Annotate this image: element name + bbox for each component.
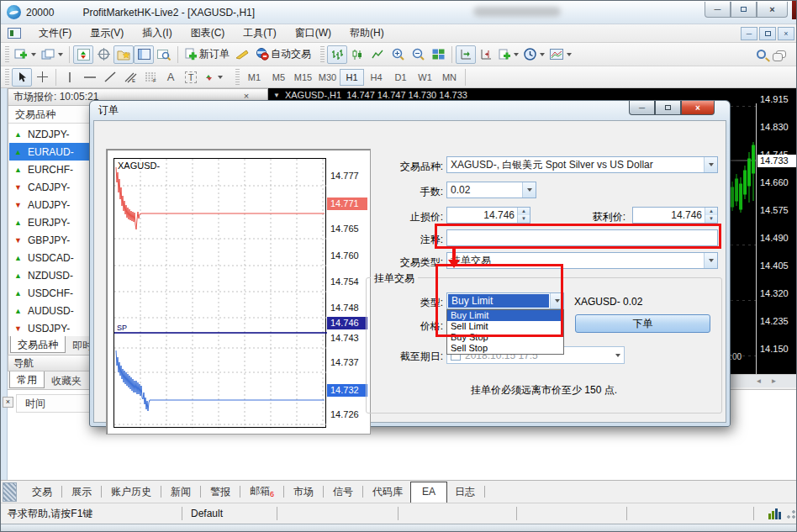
timeframe-d1[interactable]: D1 xyxy=(388,69,413,86)
mdi-minimize-button[interactable]: ─ xyxy=(741,27,757,40)
tab-market[interactable]: 市场 xyxy=(286,482,321,503)
spin-down-icon[interactable]: ▼ xyxy=(705,215,717,223)
timeframe-h4[interactable]: H4 xyxy=(364,69,388,86)
bar-chart-button[interactable] xyxy=(327,45,347,64)
arrows-tool-button[interactable] xyxy=(201,68,225,87)
candlestick-button[interactable] xyxy=(347,45,367,64)
toolbar-grip[interactable] xyxy=(235,69,240,86)
timeframe-mn[interactable]: MN xyxy=(437,69,462,86)
scroll-left-icon[interactable]: ◄ xyxy=(753,377,764,387)
tab-account-history[interactable]: 账户历史 xyxy=(103,482,159,503)
tab-trade[interactable]: 交易 xyxy=(24,482,60,503)
navigator-button[interactable] xyxy=(113,45,134,64)
strategy-tester-button[interactable] xyxy=(154,45,174,64)
timeframe-m15[interactable]: M15 xyxy=(291,69,315,86)
toolbar-grip[interactable] xyxy=(5,46,9,63)
cursor-tool-button[interactable] xyxy=(12,68,32,87)
search-icon[interactable] xyxy=(751,45,771,64)
tile-windows-button[interactable] xyxy=(428,45,448,64)
periods-button[interactable] xyxy=(521,45,547,64)
status-profile[interactable]: Default xyxy=(182,508,277,519)
terminal-grip-icon[interactable] xyxy=(3,482,17,502)
tab-journal[interactable]: 日志 xyxy=(447,482,483,503)
window-minimize-button[interactable]: ─ xyxy=(705,2,731,18)
chat-icon[interactable] xyxy=(771,45,791,64)
volume-combo[interactable]: 0.02 xyxy=(446,182,536,198)
vertical-line-tool-button[interactable] xyxy=(60,68,80,87)
market-watch-button[interactable] xyxy=(73,45,93,64)
profiles-button[interactable] xyxy=(39,45,66,64)
place-order-button[interactable]: 下单 xyxy=(575,314,710,333)
tab-symbols[interactable]: 交易品种 xyxy=(10,336,66,353)
close-icon[interactable]: × xyxy=(3,397,13,408)
dialog-close-button[interactable]: × xyxy=(681,101,715,115)
tab-common[interactable]: 常用 xyxy=(9,371,45,388)
auto-scroll-button[interactable] xyxy=(456,45,476,64)
spin-up-icon[interactable]: ▲ xyxy=(705,208,717,215)
menu-window[interactable]: 窗口(W) xyxy=(286,24,340,43)
window-maximize-button[interactable] xyxy=(731,2,757,18)
menu-view[interactable]: 显示(V) xyxy=(81,24,133,43)
timeframe-m5[interactable]: M5 xyxy=(267,69,291,86)
terminal-button[interactable] xyxy=(134,45,154,64)
text-label-tool-button[interactable]: T xyxy=(181,68,201,87)
chevron-down-icon[interactable] xyxy=(615,354,620,357)
menu-tools[interactable]: 工具(T) xyxy=(234,24,285,43)
symbol-name: EURJPY- xyxy=(28,217,70,229)
zoom-in-button[interactable] xyxy=(388,45,408,64)
zoom-out-button[interactable] xyxy=(408,45,428,64)
crosshair-tool-button[interactable] xyxy=(32,68,52,87)
channel-tool-button[interactable]: E xyxy=(120,68,140,87)
window-close-button[interactable]: × xyxy=(757,2,788,18)
chevron-down-icon[interactable] xyxy=(704,253,717,268)
new-chart-button[interactable] xyxy=(12,45,39,64)
spin-down-icon[interactable]: ▼ xyxy=(518,215,530,223)
takeprofit-spinner[interactable]: 14.746 ▲▼ xyxy=(632,207,718,224)
menu-insert[interactable]: 插入(I) xyxy=(133,24,181,43)
spin-up-icon[interactable]: ▲ xyxy=(518,208,530,215)
chart-system-icon[interactable] xyxy=(8,28,21,39)
toolbar-grip[interactable] xyxy=(320,46,325,63)
data-window-button[interactable] xyxy=(93,45,113,64)
mdi-close-button[interactable]: × xyxy=(778,27,794,40)
menu-help[interactable]: 帮助(H) xyxy=(340,24,393,43)
expert-advisors-icon[interactable] xyxy=(232,45,252,64)
tab-favorites[interactable]: 收藏夹 xyxy=(45,371,88,388)
tab-alerts[interactable]: 警报 xyxy=(203,482,238,503)
chevron-down-icon[interactable] xyxy=(704,157,717,172)
new-order-button[interactable]: 新订单 xyxy=(182,45,232,64)
tab-mailbox[interactable]: 邮箱6 xyxy=(242,481,282,502)
chart-shift-button[interactable] xyxy=(476,45,496,64)
menu-charts[interactable]: 图表(C) xyxy=(182,24,235,43)
tab-exposure[interactable]: 展示 xyxy=(64,482,99,503)
fibonacci-tool-button[interactable]: F xyxy=(140,68,161,87)
tab-code-base[interactable]: 代码库 xyxy=(365,482,410,503)
dialog-minimize-button[interactable]: ─ xyxy=(629,101,655,115)
dialog-maximize-button[interactable] xyxy=(655,101,681,115)
stoploss-spinner[interactable]: 14.746 ▲▼ xyxy=(446,207,530,224)
tab-signals[interactable]: 信号 xyxy=(325,482,361,503)
menu-file[interactable]: 文件(F) xyxy=(29,24,81,43)
resize-grip[interactable] xyxy=(784,508,796,519)
order-dialog[interactable]: 订单 ─ × xyxy=(89,100,731,427)
symbol-combo[interactable]: XAGUSD-, 白银美元 Spot Silver vs US Dollar xyxy=(446,156,718,173)
timeframe-m30[interactable]: M30 xyxy=(315,69,340,86)
option-sell-stop[interactable]: Sell Stop xyxy=(447,343,563,354)
title-bar[interactable]: 20000 ProfitMarketHK-Live2 - [XAGUSD-,H1… xyxy=(1,1,797,24)
autotrade-button[interactable]: 自动交易 xyxy=(252,45,314,64)
timeframe-h1[interactable]: H1 xyxy=(340,69,364,86)
timeframe-m1[interactable]: M1 xyxy=(242,69,267,86)
mdi-restore-button[interactable] xyxy=(759,27,776,40)
horizontal-line-tool-button[interactable] xyxy=(80,68,100,87)
tab-ea[interactable]: EA xyxy=(410,482,447,503)
toolbar-grip[interactable] xyxy=(5,69,9,86)
indicators-button[interactable] xyxy=(496,45,521,64)
text-tool-button[interactable]: A xyxy=(161,68,181,87)
line-chart-button[interactable] xyxy=(367,45,388,64)
trendline-tool-button[interactable] xyxy=(100,68,120,87)
scroll-right-icon[interactable]: ► xyxy=(768,377,779,387)
templates-button[interactable] xyxy=(547,45,574,64)
chevron-down-icon[interactable] xyxy=(522,182,536,198)
timeframe-w1[interactable]: W1 xyxy=(413,69,437,86)
tab-news[interactable]: 新闻 xyxy=(163,482,198,503)
